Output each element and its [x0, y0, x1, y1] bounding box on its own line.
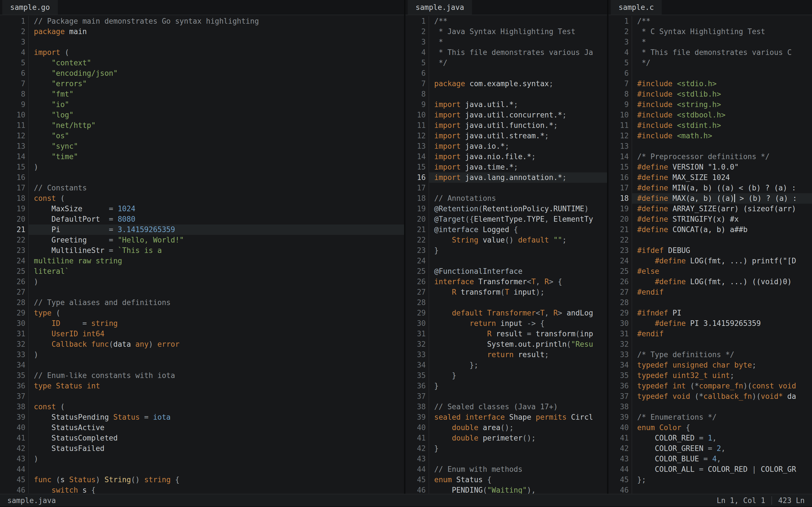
code-line[interactable]: 29type ( [0, 308, 404, 318]
code-line[interactable]: 36type Status int [0, 381, 404, 391]
code-line[interactable]: 23#ifdef DEBUG [608, 245, 812, 256]
code-line[interactable]: 10#include <stdbool.h> [608, 110, 812, 120]
code-line[interactable]: 19@Retention(RetentionPolicy.RUNTIME) [405, 204, 607, 214]
code-line[interactable]: 39/* Enumerations */ [608, 412, 812, 422]
code-line[interactable]: 44 [0, 464, 404, 474]
code-line[interactable]: 16import java.lang.annotation.*; [405, 172, 607, 183]
code-line[interactable]: 23} [405, 245, 607, 256]
code-line[interactable]: 11 "net/http" [0, 120, 404, 131]
code-line[interactable]: 33) [0, 349, 404, 360]
code-line[interactable]: 8#include <stdlib.h> [608, 89, 812, 100]
code-line[interactable]: 38const ( [0, 402, 404, 412]
code-line[interactable]: 26 #define LOG(fmt, ...) ((void)0) [608, 277, 812, 287]
code-line[interactable]: 9 "io" [0, 100, 404, 110]
code-line[interactable]: 27#endif [608, 287, 812, 297]
code-line[interactable]: 44// Enum with methods [405, 464, 607, 474]
code-line[interactable]: 21 Pi = 3.14159265359 [0, 224, 404, 235]
code-line[interactable]: 41 double perimeter(); [405, 433, 607, 443]
code-line[interactable]: 39sealed interface Shape permits Circl [405, 412, 607, 422]
code-line[interactable]: 3 * [405, 37, 607, 47]
code-line[interactable]: 26) [0, 277, 404, 287]
code-line[interactable]: 4import ( [0, 47, 404, 58]
code-line[interactable]: 17 [405, 183, 607, 193]
code-line[interactable]: 22 String value() default ""; [405, 235, 607, 245]
code-line[interactable]: 32 System.out.println("Resu [405, 339, 607, 349]
code-line[interactable]: 34 [0, 360, 404, 371]
code-line[interactable]: 9import java.util.*; [405, 100, 607, 110]
code-line[interactable]: 21@interface Logged { [405, 224, 607, 235]
code-line[interactable]: 10import java.util.concurrent.*; [405, 110, 607, 120]
code-line[interactable]: 7 "errors" [0, 78, 404, 89]
code-line[interactable]: 37 [0, 391, 404, 402]
code-line[interactable]: 20@Target({ElementType.TYPE, ElementTy [405, 214, 607, 224]
code-line[interactable]: 12#include <math.h> [608, 131, 812, 141]
code-line[interactable]: 18const ( [0, 193, 404, 204]
code-line[interactable]: 4 * This file demonstrates various C [608, 47, 812, 58]
code-line[interactable]: 12import java.util.stream.*; [405, 131, 607, 141]
code-line[interactable]: 14import java.nio.file.*; [405, 152, 607, 162]
code-line[interactable]: 17#define MIN(a, b) ((a) < (b) ? (a) : [608, 183, 812, 193]
code-line[interactable]: 24 #define LOG(fmt, ...) printf("[D [608, 256, 812, 266]
tab-sample-c[interactable]: sample.c [611, 0, 662, 15]
code-line[interactable]: 31 UserID int64 [0, 329, 404, 339]
code-line[interactable]: 18// Annotations [405, 193, 607, 204]
code-line[interactable]: 33/* Type definitions */ [608, 349, 812, 360]
code-line[interactable]: 1/** [405, 16, 607, 26]
code-line[interactable]: 24multiline raw string [0, 256, 404, 266]
code-line[interactable]: 14 "time" [0, 152, 404, 162]
code-line[interactable]: 6 [608, 68, 812, 78]
code-line[interactable]: 30 #define PI 3.14159265359 [608, 318, 812, 329]
code-line[interactable]: 35// Enum-like constants with iota [0, 371, 404, 381]
code-line[interactable]: 43) [0, 454, 404, 464]
code-line[interactable]: 20#define STRINGIFY(x) #x [608, 214, 812, 224]
code-line[interactable]: 27 R transform(T input); [405, 287, 607, 297]
code-line[interactable]: 3 * [608, 37, 812, 47]
code-line[interactable]: 45func (s Status) String() string { [0, 474, 404, 485]
code-line[interactable]: 29#ifndef PI [608, 308, 812, 318]
code-line[interactable]: 1// Package main demonstrates Go syntax … [0, 16, 404, 26]
code-line[interactable]: 16#define MAX_SIZE 1024 [608, 172, 812, 183]
code-line[interactable]: 43 [405, 454, 607, 464]
code-line[interactable]: 34 }; [405, 360, 607, 371]
code-line[interactable]: 18#define MAX(a, b) ((a) > (b) ? (a) : [608, 193, 812, 204]
code-line[interactable]: 13import java.io.*; [405, 141, 607, 152]
code-line[interactable]: 32 Callback func(data any) error [0, 339, 404, 349]
code-line[interactable]: 3 [0, 37, 404, 47]
code-line[interactable]: 7#include <stdio.h> [608, 78, 812, 89]
code-area-sample-java[interactable]: 1/**2 * Java Syntax Highlighting Test3 *… [405, 15, 607, 494]
code-line[interactable]: 9#include <string.h> [608, 100, 812, 110]
code-line[interactable]: 43 COLOR_BLUE = 4, [608, 454, 812, 464]
code-line[interactable]: 26interface Transformer<T, R> { [405, 277, 607, 287]
code-line[interactable]: 14/* Preprocessor definitions */ [608, 152, 812, 162]
code-line[interactable]: 11import java.util.function.*; [405, 120, 607, 131]
code-line[interactable]: 29 default Transformer<T, R> andLog [405, 308, 607, 318]
code-line[interactable]: 6 [405, 68, 607, 78]
code-line[interactable]: 40 double area(); [405, 422, 607, 433]
code-line[interactable]: 46 PENDING("Waiting"), [405, 485, 607, 494]
code-line[interactable]: 37 [405, 391, 607, 402]
code-line[interactable]: 39 StatusPending Status = iota [0, 412, 404, 422]
code-line[interactable]: 42} [405, 443, 607, 454]
code-line[interactable]: 31#endif [608, 329, 812, 339]
code-line[interactable]: 20 DefaultPort = 8080 [0, 214, 404, 224]
code-line[interactable]: 37typedef void (*callback_fn)(void* da [608, 391, 812, 402]
code-line[interactable]: 17// Constants [0, 183, 404, 193]
code-line[interactable]: 13 "sync" [0, 141, 404, 152]
code-line[interactable]: 27 [0, 287, 404, 297]
code-line[interactable]: 40 StatusActive [0, 422, 404, 433]
code-line[interactable]: 35typedef uint32_t uint; [608, 371, 812, 381]
code-line[interactable]: 2 * C Syntax Highlighting Test [608, 26, 812, 37]
code-line[interactable]: 1/** [608, 16, 812, 26]
code-line[interactable]: 46 [608, 485, 812, 494]
code-line[interactable]: 19 MaxSize = 1024 [0, 204, 404, 214]
code-line[interactable]: 16 [0, 172, 404, 183]
code-line[interactable]: 41 StatusCompleted [0, 433, 404, 443]
code-line[interactable]: 24 [405, 256, 607, 266]
code-line[interactable]: 8 [405, 89, 607, 100]
code-line[interactable]: 45enum Status { [405, 474, 607, 485]
code-line[interactable]: 7package com.example.syntax; [405, 78, 607, 89]
code-line[interactable]: 21#define CONCAT(a, b) a##b [608, 224, 812, 235]
code-line[interactable]: 13 [608, 141, 812, 152]
tab-sample-java[interactable]: sample.java [408, 0, 472, 15]
code-line[interactable]: 23 MultilineStr = `This is a [0, 245, 404, 256]
